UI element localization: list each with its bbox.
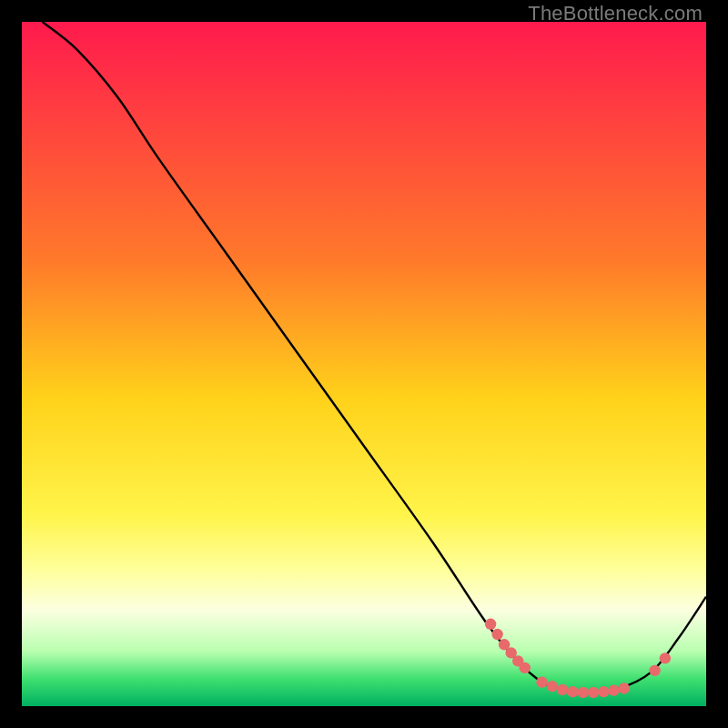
data-marker: [485, 619, 496, 630]
data-marker: [557, 684, 568, 695]
data-marker: [608, 685, 619, 696]
data-marker: [536, 676, 547, 687]
data-marker: [588, 687, 599, 698]
data-marker: [619, 682, 630, 693]
chart-plot: [22, 22, 706, 706]
chart-frame: [22, 22, 706, 706]
data-marker: [567, 686, 578, 697]
data-marker: [491, 629, 502, 640]
data-marker: [547, 681, 558, 692]
data-marker: [660, 652, 671, 663]
data-marker: [520, 662, 531, 673]
gradient-background: [22, 22, 706, 706]
data-marker: [649, 665, 660, 676]
data-marker: [598, 686, 609, 697]
data-marker: [577, 687, 588, 698]
